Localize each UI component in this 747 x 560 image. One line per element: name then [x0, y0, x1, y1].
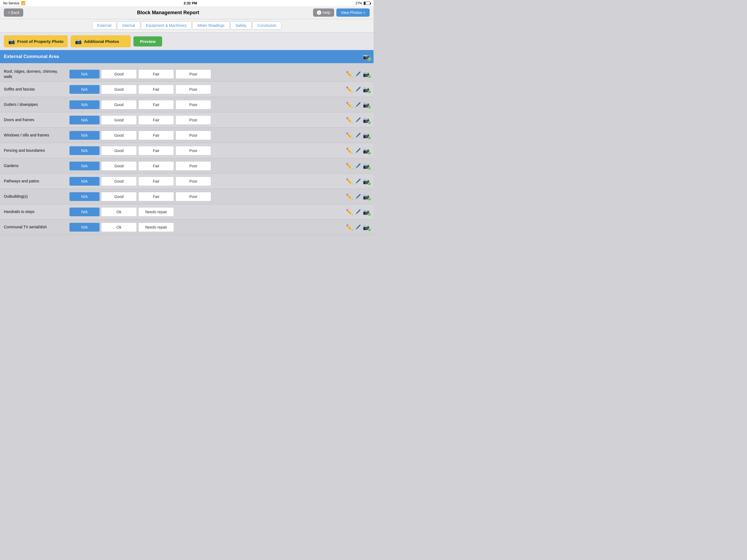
nav-right-buttons: i Help View Photos > — [313, 8, 370, 17]
pen-icon[interactable]: 🖊️ — [354, 70, 362, 78]
pen-icon[interactable]: 🖊️ — [354, 162, 362, 170]
option-button[interactable]: Needs repair — [138, 223, 174, 232]
tab-meter[interactable]: Meter Readings — [192, 21, 230, 29]
option-button[interactable]: Poor — [176, 161, 211, 171]
view-photos-button[interactable]: View Photos > — [336, 8, 370, 17]
row-buttons: N/AGoodFairPoor — [70, 85, 343, 94]
option-button[interactable]: Ok — [101, 223, 137, 232]
help-button[interactable]: i Help — [313, 8, 334, 17]
option-button[interactable]: Good — [101, 85, 137, 94]
option-button[interactable]: Poor — [176, 146, 211, 155]
pen-icon[interactable]: 🖊️ — [354, 177, 362, 185]
option-button[interactable]: Fair — [138, 192, 174, 201]
option-button[interactable]: Fair — [138, 177, 174, 186]
na-button[interactable]: N/A — [70, 85, 100, 94]
pen-icon[interactable]: 🖊️ — [354, 223, 362, 231]
eraser-icon[interactable]: ✏️ — [345, 223, 353, 231]
option-button[interactable]: Poor — [176, 131, 211, 140]
option-button[interactable]: Good — [101, 177, 137, 186]
row-label: Roof, ridges, dormers, chimney, walls — [4, 69, 70, 79]
tabs-bar: External Internal Equipment & Machinery … — [0, 19, 374, 32]
option-button[interactable]: Fair — [138, 161, 174, 171]
option-button[interactable]: Fair — [138, 146, 174, 155]
add-photo-icon[interactable]: 📷+ — [363, 163, 370, 169]
na-button[interactable]: N/A — [70, 146, 100, 155]
eraser-icon[interactable]: ✏️ — [345, 208, 353, 216]
option-button[interactable]: Good — [101, 146, 137, 155]
table-row: GardensN/AGoodFairPoor✏️🖊️📷+ — [0, 158, 374, 174]
eraser-icon[interactable]: ✏️ — [345, 177, 353, 185]
add-photo-icon[interactable]: 📷+ — [363, 178, 370, 184]
add-photo-icon[interactable]: 📷+ — [363, 86, 370, 93]
option-button[interactable]: Fair — [138, 100, 174, 109]
option-button[interactable]: Ok — [101, 207, 137, 217]
eraser-icon[interactable]: ✏️ — [345, 85, 353, 93]
pen-icon[interactable]: 🖊️ — [354, 116, 362, 124]
row-buttons: N/AGoodFairPoor — [70, 70, 343, 79]
option-button[interactable]: Fair — [138, 116, 174, 125]
option-button[interactable]: Poor — [176, 100, 211, 109]
table-row: Handrails to stepsN/AOkNeeds repair✏️🖊️📷… — [0, 204, 374, 220]
preview-button[interactable]: Preview — [133, 36, 162, 47]
option-button[interactable]: Poor — [176, 192, 211, 201]
option-button[interactable]: Poor — [176, 85, 211, 94]
option-button[interactable]: Poor — [176, 116, 211, 125]
na-button[interactable]: N/A — [70, 131, 100, 140]
pen-icon[interactable]: 🖊️ — [354, 101, 362, 108]
pen-icon[interactable]: 🖊️ — [354, 131, 362, 139]
option-button[interactable]: Good — [101, 100, 137, 109]
eraser-icon[interactable]: ✏️ — [345, 162, 353, 170]
additional-photos-button[interactable]: 📷 Additional Photos — [71, 35, 131, 47]
row-action-icons: ✏️🖊️📷+ — [345, 147, 370, 154]
table-row: Pathways and patiosN/AGoodFairPoor✏️🖊️📷+ — [0, 174, 374, 189]
tab-equipment[interactable]: Equipment & Machinery — [141, 21, 192, 29]
eraser-icon[interactable]: ✏️ — [345, 193, 353, 200]
row-label: Gutters / downpipes — [4, 102, 70, 107]
option-button[interactable]: Good — [101, 131, 137, 140]
front-photo-button[interactable]: 📷 Front of Property Photo — [4, 35, 68, 47]
pen-icon[interactable]: 🖊️ — [354, 208, 362, 216]
add-photo-icon[interactable]: 📷+ — [363, 193, 370, 200]
add-photo-icon[interactable]: 📷+ — [363, 71, 370, 77]
eraser-icon[interactable]: ✏️ — [345, 101, 353, 108]
add-photo-icon[interactable]: 📷+ — [363, 117, 370, 123]
option-button[interactable]: Fair — [138, 131, 174, 140]
na-button[interactable]: N/A — [70, 223, 100, 232]
option-button[interactable]: Good — [101, 70, 137, 79]
eraser-icon[interactable]: ✏️ — [345, 116, 353, 124]
na-button[interactable]: N/A — [70, 116, 100, 124]
tab-safety[interactable]: Safety — [230, 21, 252, 29]
eraser-icon[interactable]: ✏️ — [345, 70, 353, 78]
option-button[interactable]: Poor — [176, 177, 211, 186]
na-button[interactable]: N/A — [70, 161, 100, 170]
tab-external[interactable]: External — [92, 21, 117, 29]
option-button[interactable]: Fair — [138, 70, 174, 79]
eraser-icon[interactable]: ✏️ — [345, 147, 353, 154]
na-button[interactable]: N/A — [70, 70, 100, 78]
option-button[interactable]: Poor — [176, 70, 211, 79]
option-button[interactable]: Good — [101, 116, 137, 125]
pen-icon[interactable]: 🖊️ — [354, 147, 362, 154]
tab-internal[interactable]: Internal — [117, 21, 140, 29]
wifi-icon: 📶 — [21, 1, 25, 5]
add-photo-icon[interactable]: 📷+ — [363, 147, 370, 154]
pen-icon[interactable]: 🖊️ — [354, 85, 362, 93]
option-button[interactable]: Fair — [138, 85, 174, 94]
row-action-icons: ✏️🖊️📷+ — [345, 208, 370, 216]
add-photo-icon[interactable]: 📷+ — [363, 101, 370, 108]
na-button[interactable]: N/A — [70, 100, 100, 109]
add-photo-icon[interactable]: 📷+ — [363, 224, 370, 230]
option-button[interactable]: Good — [101, 192, 137, 201]
tab-conclusion[interactable]: Conclusion — [252, 21, 281, 29]
option-button[interactable]: Needs repair — [138, 207, 174, 217]
add-photo-icon[interactable]: 📷+ — [363, 132, 370, 138]
eraser-icon[interactable]: ✏️ — [345, 131, 353, 139]
option-button[interactable]: Good — [101, 161, 137, 171]
section-add-photo-button[interactable]: 📷 + — [363, 53, 370, 60]
na-button[interactable]: N/A — [70, 207, 100, 216]
na-button[interactable]: N/A — [70, 192, 100, 201]
add-photo-icon[interactable]: 📷+ — [363, 209, 370, 215]
back-button[interactable]: < Back — [4, 8, 23, 17]
pen-icon[interactable]: 🖊️ — [354, 193, 362, 200]
na-button[interactable]: N/A — [70, 177, 100, 186]
